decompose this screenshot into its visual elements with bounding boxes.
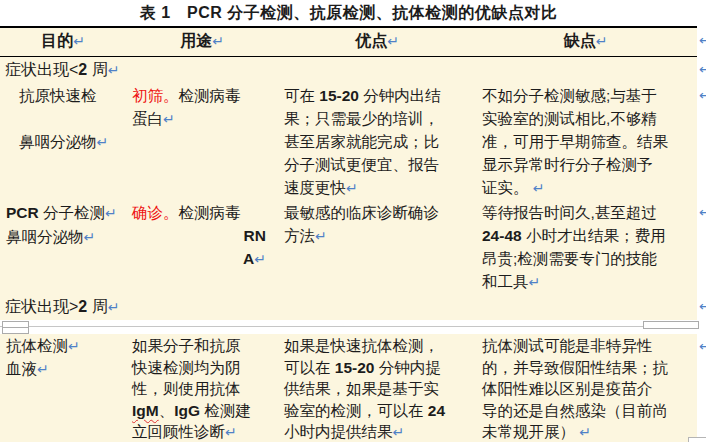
table-cell[interactable]: 初筛。检测病毒蛋白↵ (126, 83, 278, 200)
text-run: 的，并导致假阳性结果；抗 (482, 359, 668, 376)
table-cell[interactable]: 如果分子和抗原快速检测均为阴性，则使用抗体IgM、IgG 检测建立回顾性诊断↵ (126, 334, 278, 442)
text-run: 周 (87, 61, 107, 78)
line-break-mark-icon: ↵ (315, 228, 327, 244)
cell-paragraph: 如果是快速抗体检测， (284, 335, 472, 357)
column-header[interactable]: 缺点↵ (476, 31, 695, 52)
line-break-mark-icon: ↵ (533, 180, 545, 196)
text-run: 15-20 (335, 359, 375, 376)
column-header[interactable]: 优点↵ (278, 31, 476, 52)
line-break-mark-icon: ↵ (105, 205, 117, 221)
cell-paragraph: 等待报告时间久,甚至超过 (482, 201, 691, 224)
text-run: 24 (428, 402, 445, 419)
text-run: 小时内提供结果 (284, 423, 393, 440)
cell-paragraph: A↵ (132, 247, 274, 271)
text-run: 蛋白 (132, 110, 163, 127)
text-run: 速度更快 (284, 179, 346, 196)
text-run: 昂贵;检测需要专门的技能 (482, 250, 657, 267)
text-run: RN (244, 227, 266, 244)
cell-paragraph: PCR 分子检测↵ (6, 201, 122, 225)
cell-paragraph: 分子测试更便宜、报告 (284, 153, 472, 176)
text-run: 实验室的测试相比,不够精 (482, 110, 657, 127)
row-end-mark-icon: ↵ (699, 205, 706, 219)
text-run: 15-20 (319, 87, 359, 104)
line-break-mark-icon: ↵ (393, 424, 405, 440)
line-break-mark-icon: ↵ (212, 33, 224, 49)
cell-paragraph: 验室的检测，可以在 24 (284, 400, 472, 422)
text-run: 最敏感的临床诊断确诊 (284, 204, 439, 221)
text-run: 优点 (355, 32, 387, 49)
section-header-row[interactable]: 症状出现<2 周↵ (0, 57, 697, 83)
page-break-handle (643, 321, 699, 329)
highlighted-term: 确诊。 (132, 204, 179, 221)
table-cell[interactable]: 最敏感的临床诊断确诊方法↵ (278, 200, 476, 294)
text-run: 检测病毒 (179, 204, 241, 221)
table-cell[interactable]: 等待报告时间久,甚至超过24-48 小时才出结果；费用昂贵;检测需要专门的技能和… (476, 200, 695, 294)
table-cell[interactable]: 不如分子检测敏感;与基于实验室的测试相比,不够精准，可用于早期筛查。结果显示异常… (476, 83, 695, 200)
table-cell[interactable]: 抗原快速检鼻咽分泌物↵ (0, 83, 126, 200)
text-run: 症状出现< (5, 61, 78, 78)
text-run: 可以在 (284, 359, 335, 376)
text-run: 2 (78, 298, 87, 315)
text-run: 验室的检测，可以在 (284, 402, 428, 419)
cell-paragraph: 血液↵ (6, 358, 122, 381)
cell-paragraph: 不如分子检测敏感;与基于 (482, 84, 691, 107)
cell-paragraph: 抗体检测↵ (6, 335, 122, 358)
table-cell[interactable]: 确诊。检测病毒RNA↵ (126, 200, 278, 294)
cell-paragraph: 的，并导致假阳性结果；抗 (482, 357, 691, 379)
text-run: 可在 (284, 87, 319, 104)
row-end-mark-icon: ↵ (699, 62, 706, 76)
word-document-page[interactable]: 表 1 PCR 分子检测、抗原检测、抗体检测的优缺点对比 目的↵用途↵优点↵缺点… (0, 0, 706, 442)
section-header-row[interactable]: 症状出现>2 周↵ (0, 294, 697, 320)
cell-paragraph: 实验室的测试相比,不够精 (482, 107, 691, 130)
cell-paragraph: 可在 15-20 分钟内出结 (284, 84, 472, 107)
text-run: 鼻咽分泌物 (6, 228, 84, 245)
column-header[interactable]: 用途↵ (126, 31, 278, 52)
table-cell[interactable]: 抗体测试可能是非特异性的，并导致假阳性结果；抗体阳性难以区别是疫苗介导的还是自然… (476, 334, 695, 442)
table-header-row: 目的↵用途↵优点↵缺点↵ (0, 28, 697, 57)
table-cell[interactable]: 可在 15-20 分钟内出结果；只需最少的培训，甚至居家就能完成；比分子测试更便… (278, 83, 476, 200)
text-run: 显示异常时行分子检测予 (482, 156, 653, 173)
line-break-mark-icon: ↵ (254, 251, 266, 267)
table-row: PCR 分子检测↵鼻咽分泌物↵确诊。检测病毒RNA↵最敏感的临床诊断确诊方法↵等… (0, 200, 697, 294)
text-run: 快速检测均为阴 (132, 359, 241, 376)
cell-paragraph: 抗原快速检 (6, 84, 122, 107)
text-run: 小时才出结果；费用 (522, 227, 666, 244)
text-run: IgM (132, 402, 159, 419)
column-header[interactable]: 目的↵ (0, 31, 126, 52)
row-end-mark-icon: ↵ (699, 299, 706, 313)
table-row: 抗体检测↵血液↵如果分子和抗原快速检测均为阴性，则使用抗体IgM、IgG 检测建… (0, 334, 697, 442)
page-break-handle (2, 327, 29, 334)
text-run: 分子检测 (39, 204, 105, 221)
text-run: A (243, 250, 254, 267)
cell-paragraph: 立回顾性诊断↵ (132, 421, 274, 442)
table-cell[interactable]: PCR 分子检测↵鼻咽分泌物↵ (0, 200, 126, 294)
table-cell[interactable]: 如果是快速抗体检测，可以在 15-20 分钟内提供结果，如果是基于实验室的检测，… (278, 334, 476, 442)
cell-paragraph: 快速检测均为阴 (132, 357, 274, 379)
text-run: 导的还是自然感染（目前尚 (482, 402, 668, 419)
cell-paragraph: 小时内提供结果↵ (284, 421, 472, 442)
line-break-mark-icon: ↵ (596, 33, 608, 49)
cell-paragraph: 体阳性难以区别是疫苗介 (482, 378, 691, 400)
cell-paragraph (6, 107, 122, 130)
cell-paragraph: 供结果，如果是基于实 (284, 378, 472, 400)
text-run: 鼻咽分泌物 (19, 133, 97, 150)
cell-paragraph: 准，可用于早期筛查。结果 (482, 130, 691, 153)
line-break-mark-icon: ↵ (73, 33, 85, 49)
line-break-mark-icon: ↵ (108, 62, 120, 78)
text-run: 周 (87, 298, 107, 315)
text-run: 24-48 (482, 227, 522, 244)
row-end-mark-icon: ↵ (699, 33, 706, 47)
text-run: 血液 (6, 360, 37, 377)
text-run: 证实。 (482, 179, 533, 196)
row-end-mark-icon: ↵ (699, 88, 706, 102)
cell-paragraph: RN (132, 224, 274, 247)
line-break-mark-icon: ↵ (97, 134, 109, 150)
cell-paragraph: 抗体测试可能是非特异性 (482, 335, 691, 357)
line-break-mark-icon: ↵ (37, 361, 49, 377)
cell-paragraph: 最敏感的临床诊断确诊 (284, 201, 472, 224)
text-run: 抗原快速检 (19, 87, 97, 104)
table-cell[interactable]: 抗体检测↵血液↵ (0, 334, 126, 442)
cell-paragraph: 显示异常时行分子检测予 (482, 153, 691, 176)
cell-paragraph: 蛋白↵ (132, 107, 274, 131)
cell-paragraph: 可以在 15-20 分钟内提 (284, 357, 472, 379)
